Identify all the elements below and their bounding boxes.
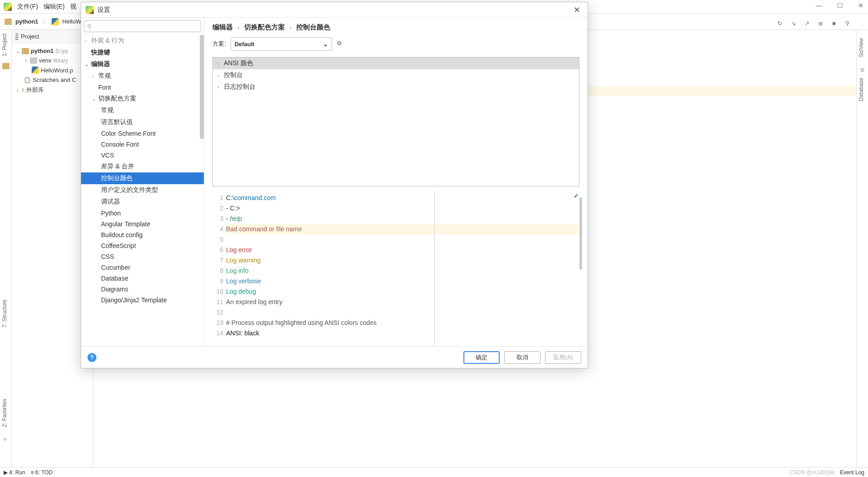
window-controls: — ☐ ✕ — [815, 2, 864, 9]
folder-icon — [5, 19, 12, 25]
settings-search-input[interactable]: ⚲ — [84, 20, 201, 32]
pycharm-logo-icon — [86, 6, 94, 14]
tree-general[interactable]: ›常规 — [81, 70, 204, 82]
check-icon: ✔ — [574, 193, 579, 199]
tree-css[interactable]: CSS — [81, 251, 204, 262]
dialog-title: 设置 — [97, 6, 110, 14]
status-todo-tab[interactable]: ≡ 6: TOD — [31, 469, 53, 476]
preview-divider — [434, 191, 435, 346]
toolwindow-project-tab[interactable]: 1: Project — [0, 30, 11, 60]
project-venv-node[interactable]: › venv library — [14, 56, 91, 65]
scheme-select[interactable]: Default ⌄ — [231, 37, 332, 51]
chevron-right-icon: › — [24, 57, 28, 64]
color-preview: 1234567891011121314 C:\command.com - C:>… — [212, 191, 579, 346]
settings-search-field[interactable] — [93, 23, 198, 30]
search-icon: ⚲ — [87, 23, 92, 30]
tree-console-colors[interactable]: 控制台颜色 — [81, 172, 204, 184]
dialog-close-button[interactable]: ✕ — [571, 5, 583, 15]
tree-color-scheme[interactable]: ⌄切换配色方案 — [81, 93, 204, 105]
menu-edit[interactable]: 编辑(E) — [43, 3, 65, 11]
tree-buildout[interactable]: Buildout config — [81, 229, 204, 240]
window-maximize-icon[interactable]: ☐ — [836, 2, 844, 9]
tree-color-scheme-font[interactable]: Color Scheme Font — [81, 128, 204, 139]
crumb-color-scheme[interactable]: 切换配色方案 — [244, 23, 285, 32]
menu-file[interactable]: 文件(F) — [17, 3, 38, 11]
settings-breadcrumb: 编辑器 › 切换配色方案 › 控制台颜色 — [212, 21, 579, 37]
folder-icon — [2, 63, 10, 69]
scratches-node[interactable]: 📋 Scratches and C — [14, 75, 91, 85]
window-close-icon[interactable]: ✕ — [857, 2, 864, 9]
tree-coffee[interactable]: CoffeeScript — [81, 240, 204, 251]
breadcrumb-file[interactable]: HelloW — [63, 18, 82, 25]
preview-line-13: # Process output highlighted using ANSI … — [226, 318, 579, 328]
tree-shortcuts[interactable]: 快捷键 — [81, 47, 204, 58]
tree-debugger[interactable]: 调试器 — [81, 196, 204, 208]
folder-icon — [30, 57, 37, 64]
chevron-right-icon: 〉 — [42, 18, 48, 26]
help-icon[interactable]: ? — [87, 353, 96, 362]
toolwindow-favorites-tab[interactable]: 2: Favorites — [0, 395, 9, 431]
project-root-node[interactable]: ⌄ python1 D:\py — [14, 46, 91, 56]
cancel-button[interactable]: 取消 — [504, 351, 540, 364]
tree-user-filetypes[interactable]: 用户定义的文件类型 — [81, 184, 204, 196]
tree-editor[interactable]: ⌄编辑器 — [81, 58, 204, 70]
python-file-icon — [52, 18, 59, 25]
project-file-node[interactable]: HelloWord.p — [14, 65, 91, 75]
tree-vcs[interactable]: VCS — [81, 150, 204, 161]
status-eventlog-tab[interactable]: Event Log — [840, 469, 864, 476]
tree-console-font[interactable]: Console Font — [81, 139, 204, 150]
gear-icon[interactable]: ⚙ — [337, 40, 345, 48]
ok-button[interactable]: 确定 — [463, 351, 500, 364]
external-libs-node[interactable]: › ⫴ 外部库 — [14, 85, 91, 95]
crumb-editor[interactable]: 编辑器 — [212, 23, 233, 32]
preview-scrollbar[interactable] — [579, 197, 582, 270]
project-icon — [15, 33, 18, 40]
chevron-right-icon: › — [237, 24, 240, 31]
preview-line-5 — [226, 234, 579, 245]
star-icon — [2, 435, 8, 443]
tree-diff-merge[interactable]: 差异 & 合并 — [81, 161, 204, 172]
tree-angular[interactable]: Angular Template — [81, 219, 204, 229]
tree-django[interactable]: Django/Jinja2 Template — [81, 295, 204, 305]
breadcrumb-root[interactable]: python1 — [15, 18, 39, 25]
external-libs-label: 外部库 — [26, 86, 44, 94]
apply-button[interactable]: 应用(A) — [545, 351, 581, 364]
status-run-tab[interactable]: ▶ 4: Run — [4, 469, 25, 476]
menu-view[interactable]: 视 — [70, 3, 77, 11]
tree-lang-defaults[interactable]: 语言默认值 — [81, 116, 204, 128]
group-log-console[interactable]: ›日志控制台 — [213, 81, 579, 93]
tree-scrollbar[interactable] — [200, 35, 204, 139]
toolwindow-sciview-tab[interactable]: SciView — [857, 34, 866, 61]
status-bar: ▶ 4: Run ≡ 6: TOD CSDN @m140194 Event Lo… — [0, 467, 868, 477]
python-file-icon — [32, 67, 39, 74]
toolbar-icon-1[interactable]: ↘ — [789, 19, 797, 27]
toolbar-icon-2[interactable]: ↗ — [803, 19, 811, 27]
preview-code: C:\command.com - C:> - help Bad command … — [226, 191, 579, 346]
tree-python[interactable]: Python — [81, 208, 204, 219]
preview-line-12 — [226, 307, 579, 318]
toolbar-icon-0[interactable]: ↻ — [776, 19, 784, 27]
window-minimize-icon[interactable]: — — [815, 2, 823, 9]
toolbar-search-icon[interactable]: ⚲ — [844, 19, 852, 27]
group-ansi[interactable]: ›ANSI 颜色 — [213, 57, 579, 69]
chevron-right-icon: › — [289, 24, 292, 31]
preview-line-11: An expired log entry — [226, 297, 579, 307]
preview-line-4: Bad command or file name — [226, 225, 302, 233]
toolwindow-database-tab[interactable]: Database — [857, 74, 866, 105]
scratches-icon: 📋 — [24, 76, 31, 83]
tree-appearance-behavior[interactable]: ›外观 & 行为 — [81, 35, 204, 47]
toolwindow-structure-tab[interactable]: 7: Structure — [0, 296, 9, 331]
toolbar-icon-3[interactable]: ≣ — [816, 19, 825, 27]
preview-line-3: help — [230, 215, 242, 222]
chevron-right-icon: › — [15, 87, 20, 94]
tree-diagrams[interactable]: Diagrams — [81, 284, 204, 295]
settings-dialog: 设置 ✕ ⚲ ›外观 & 行为 快捷键 ⌄编辑器 ›常规 Font ⌄切换配色方… — [81, 2, 588, 368]
tree-scheme-general[interactable]: 常规 — [81, 105, 204, 116]
toolbar-stop-icon[interactable]: ■ — [830, 19, 838, 27]
chevron-down-icon: ⌄ — [323, 41, 328, 48]
tree-cucumber[interactable]: Cucumber — [81, 262, 204, 273]
group-console[interactable]: ›控制台 — [213, 69, 579, 81]
scheme-label: 方案: — [212, 40, 226, 48]
tree-font[interactable]: Font — [81, 82, 204, 93]
tree-database[interactable]: Database — [81, 273, 204, 284]
